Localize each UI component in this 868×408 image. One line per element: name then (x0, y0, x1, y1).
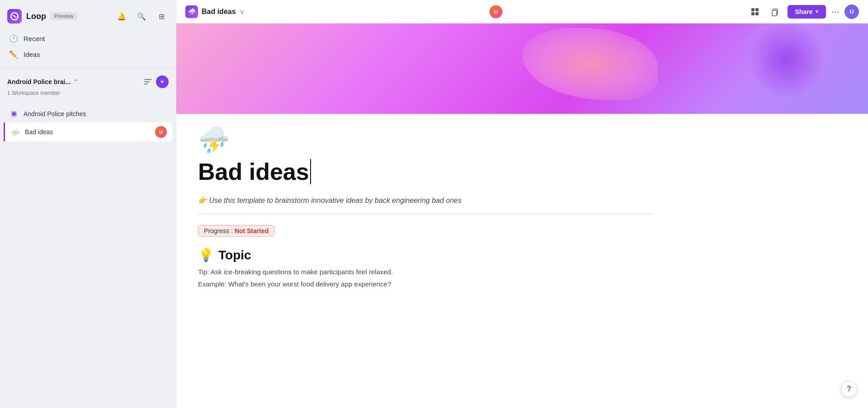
workspace-header: Android Police brai... ⌃ + (7, 75, 169, 88)
document-tagline: 👉 Use this template to brainstorm innova… (198, 196, 652, 205)
workspace-section: Android Police brai... ⌃ + 1 Workspace m… (0, 68, 176, 105)
logo-area: Loop Preview (7, 9, 77, 23)
document-title-text: Bad ideas (198, 158, 309, 185)
topbar-center: U (489, 5, 503, 19)
svg-rect-9 (751, 12, 755, 15)
android-police-pitches-icon (9, 109, 19, 119)
svg-rect-7 (751, 8, 755, 11)
user-avatar-top-right[interactable]: U (844, 5, 859, 19)
ideas-icon: ✏️ (9, 50, 18, 59)
workspace-name: Android Police brai... ⌃ (7, 78, 78, 85)
search-button[interactable]: 🔍 (134, 9, 149, 23)
more-options-button[interactable]: ··· (831, 6, 839, 17)
sidebar: Loop Preview 🔔 🔍 ⊞ 🕐 Recent ✏️ Ideas And… (0, 0, 176, 408)
recent-icon: 🕐 (9, 34, 18, 43)
topbar-collaborator-avatar: U (489, 5, 503, 19)
help-button[interactable]: ? (841, 381, 857, 397)
share-label: Share (795, 8, 812, 15)
topbar-page-icon: ⛈️ (185, 5, 198, 18)
sidebar-item-recent-label: Recent (24, 35, 45, 42)
document-title: Bad ideas (198, 158, 652, 185)
notifications-button[interactable]: 🔔 (114, 9, 129, 23)
layout-button[interactable]: ⊞ (154, 9, 169, 23)
document-divider (198, 214, 652, 214)
sidebar-nav: 🕐 Recent ✏️ Ideas (0, 29, 176, 64)
document-header-image (176, 23, 868, 114)
app-name: Loop (26, 12, 46, 21)
progress-label: Progress : (204, 227, 233, 234)
svg-rect-8 (755, 8, 759, 11)
sidebar-item-ideas[interactable]: ✏️ Ideas (4, 47, 172, 62)
progress-value: Not Started (235, 227, 269, 234)
sidebar-item-bad-ideas[interactable]: ⛈️ Bad ideas U (4, 122, 172, 141)
share-chevron-icon: ∨ (815, 9, 819, 14)
document-tip: Tip: Ask ice-breaking questions to make … (198, 268, 652, 276)
topic-section-label: Topic (218, 248, 251, 263)
workspace-chevron-icon: ⌃ (73, 79, 78, 85)
workspace-members-count: 1 Workspace member (7, 90, 169, 96)
topic-section-icon: 💡 (198, 248, 214, 263)
help-label: ? (847, 385, 851, 393)
sidebar-item-recent[interactable]: 🕐 Recent (4, 31, 172, 47)
svg-rect-10 (755, 12, 759, 15)
topbar-left: ⛈️ Bad ideas ∨ (185, 5, 244, 18)
bad-ideas-icon: ⛈️ (10, 127, 20, 137)
sidebar-item-ideas-label: Ideas (24, 51, 40, 58)
share-button[interactable]: Share ∨ (788, 5, 826, 19)
topbar-right: Share ∨ ··· U (748, 5, 859, 19)
sidebar-top-icons: 🔔 🔍 ⊞ (114, 9, 169, 23)
sidebar-header: Loop Preview 🔔 🔍 ⊞ (0, 5, 176, 29)
sidebar-item-android-police-pitches[interactable]: Android Police pitches (4, 105, 172, 122)
main-content: ⛈️ Bad ideas ∨ U Share ∨ ··· U ⛈️ (176, 0, 868, 408)
grid-view-button[interactable] (748, 5, 762, 19)
text-cursor (310, 159, 311, 184)
sort-button[interactable] (143, 79, 152, 85)
bad-ideas-label: Bad ideas (25, 128, 151, 136)
preview-badge: Preview (51, 12, 77, 20)
document-area: ⛈️ Bad ideas 👉 Use this template to brai… (176, 23, 868, 408)
svg-rect-12 (772, 10, 777, 16)
progress-badge: Progress : Not Started (198, 225, 274, 237)
loop-logo-icon (7, 9, 22, 23)
topbar-page-title: Bad ideas (202, 8, 236, 16)
bad-ideas-user-avatar: U (155, 126, 167, 138)
topbar: ⛈️ Bad ideas ∨ U Share ∨ ··· U (176, 0, 868, 23)
copy-button[interactable] (768, 5, 782, 19)
topic-section-title: 💡 Topic (198, 248, 652, 263)
document-body: ⛈️ Bad ideas 👉 Use this template to brai… (176, 114, 674, 306)
workspace-name-text: Android Police brai... (7, 78, 71, 85)
document-storm-icon: ⛈️ (198, 125, 652, 155)
workspace-controls: + (143, 75, 169, 88)
add-page-button[interactable]: + (156, 75, 169, 88)
android-police-pitches-label: Android Police pitches (24, 110, 167, 117)
topbar-chevron-icon[interactable]: ∨ (240, 8, 244, 15)
document-example: Example: What's been your worst food del… (198, 280, 652, 288)
sidebar-list: Android Police pitches ⛈️ Bad ideas U (0, 105, 176, 141)
svg-point-6 (13, 113, 15, 115)
